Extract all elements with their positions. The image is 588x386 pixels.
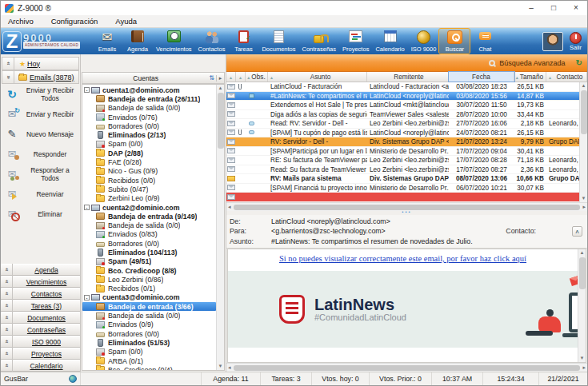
column-attachment[interactable]: ▴ <box>236 72 246 82</box>
accounts-header[interactable]: Cuentas ⇅ ▸ <box>82 72 225 84</box>
toolbar-button-tareas[interactable]: Tareas <box>228 29 258 54</box>
email-row[interactable]: [SPAM] Financiá tu proyecto innovadorMin… <box>226 184 579 193</box>
scroll-thumb[interactable] <box>218 93 224 149</box>
column-obs[interactable]: ▴Obs. <box>246 72 268 82</box>
scroll-thumb[interactable] <box>579 257 586 289</box>
folder-enviados[interactable]: Enviados (0/76) <box>82 113 216 121</box>
folder-bandeja-de-entrada[interactable]: Bandeja de entrada (3/66) <box>82 302 216 311</box>
folder-bandeja-de-entrada[interactable]: Bandeja de entrada (26/111) <box>82 94 216 103</box>
folder-bandeja-de-entrada[interactable]: Bandeja de entrada (9/149) <box>82 212 216 221</box>
toolbar-button-buscar[interactable]: Buscar <box>439 29 470 54</box>
module-tareas-3[interactable]: «Tareas (3) <box>1 300 80 312</box>
folder-fae[interactable]: FAE (0/28) <box>82 157 216 166</box>
scroll-down-icon[interactable]: ▼ <box>580 355 585 362</box>
preview-hscrollbar[interactable]: ◂ ▸ <box>226 363 587 372</box>
email-row[interactable]: Read: RV: Servidor - Dell -Leo Zerbini <… <box>226 119 579 129</box>
scroll-thumb[interactable] <box>234 365 581 371</box>
panel-expand-button[interactable]: ▸ <box>216 75 224 82</box>
collapse-up-icon[interactable]: « <box>2 58 14 70</box>
column-remitente[interactable]: Remitente <box>367 72 449 82</box>
collapse-icon[interactable]: - <box>84 295 90 300</box>
emails-shortcut[interactable]: « Emails (3878) <box>2 70 79 84</box>
folder-borradores[interactable]: Borradores (0/0) <box>82 121 216 130</box>
email-row[interactable]: #LatinNews: Te compartimos el resumen de… <box>226 92 579 101</box>
toolbar-button-chat[interactable]: Chat <box>470 29 500 54</box>
column-envelope[interactable]: ▴ <box>226 72 236 82</box>
email-row[interactable]: RE: Su factura de TeamViewer para el nÃ.… <box>226 156 579 165</box>
folder-enviados[interactable]: Enviados (0/9) <box>82 320 216 329</box>
scroll-left-icon[interactable]: ◂ <box>228 364 231 371</box>
column-fecha[interactable]: Fecha <box>449 72 514 82</box>
toolbar-button-agenda[interactable]: Agenda <box>122 29 153 54</box>
menu-archivo[interactable]: Archivo <box>8 17 34 26</box>
scroll-right-icon[interactable]: ▸ <box>582 204 586 210</box>
toolbar-button-calendario[interactable]: Calendario <box>372 29 407 54</box>
toolbar-button-vencimientos[interactable]: Vencimientos <box>153 29 195 54</box>
action-enviar-y-recibir[interactable]: Enviar y Recibir <box>1 104 80 124</box>
collapse-down-icon[interactable]: « <box>2 71 14 83</box>
email-row[interactable]: LatinCloud - FacturaciónLatincloud - Fac… <box>226 82 579 92</box>
action-nuevo-mensaje[interactable]: Nuevo Mensaje <box>1 124 80 144</box>
sort-icon[interactable]: ⇅ <box>209 74 214 82</box>
email-row[interactable]: Read: Su factura de TeamViewer para el .… <box>226 165 579 175</box>
account-cuenta3-dominio-com[interactable]: -cuenta3@dominio.com <box>82 293 216 302</box>
collapse-icon[interactable]: - <box>84 87 90 93</box>
email-row[interactable]: RV: Servidor - Dell -Div. Sistemas Grupo… <box>226 137 579 147</box>
scroll-thumb[interactable] <box>581 90 587 134</box>
advanced-search-link[interactable]: Búsqueda Avanzada <box>499 59 565 67</box>
exit-button[interactable]: Salir <box>566 31 585 52</box>
toolbar-button-emails[interactable]: Emails <box>92 29 122 54</box>
scroll-up-icon[interactable]: ▲ <box>218 85 223 92</box>
folder-borradores[interactable]: Borradores (0/0) <box>82 239 216 248</box>
folder-spam[interactable]: Spam (49/51) <box>82 257 216 266</box>
today-shortcut[interactable]: « ★ Hoy <box>2 57 79 70</box>
module-contactos[interactable]: «Contactos <box>1 288 80 300</box>
account-cuenta1-dominio-com[interactable]: -cuenta1@dominio.com <box>82 86 216 94</box>
toolbar-button-contactos[interactable]: Contactos <box>195 29 229 54</box>
module-documentos[interactable]: «Documentos <box>1 312 80 324</box>
module-agenda[interactable]: «Agenda <box>1 264 80 276</box>
email-row[interactable] <box>226 193 579 202</box>
email-row[interactable]: [SPAM]Participá por un lugar en la Start… <box>226 147 579 157</box>
folder-borradores[interactable]: Borradores (0/0) <box>82 329 216 338</box>
folder-recibidos[interactable]: Recibidos (0/0) <box>82 176 216 185</box>
menu-configuracion[interactable]: Configuración <box>51 17 98 26</box>
folder-recibidos[interactable]: Recibidos (0/1) <box>82 285 216 293</box>
column-asunto[interactable]: ▴Asunto <box>268 72 367 82</box>
folder-arba[interactable]: ARBA (0/1) <box>82 356 216 365</box>
action-eliminar[interactable]: Eliminar <box>1 204 80 224</box>
module-vencimientos[interactable]: «Vencimientos <box>1 276 80 288</box>
contact-lookup-button[interactable]: ʌ <box>572 226 582 237</box>
folder-bco-credicoop[interactable]: Bco. Credicoop (0/4) <box>82 365 216 370</box>
scroll-left-icon[interactable]: ◂ <box>228 204 231 210</box>
folder-leo-zerbini[interactable]: Leo Zerbini (0/86) <box>82 275 216 284</box>
email-row[interactable]: RV: Mails para sistemaDiv. Sistemas Grup… <box>226 174 579 184</box>
folder-zerbini-leo[interactable]: Zerbini Leo (0/9) <box>82 194 216 203</box>
scroll-down-icon[interactable]: ▼ <box>218 363 223 370</box>
tree-scrollbar[interactable]: ▲ ▼ <box>216 85 224 370</box>
module-calendario[interactable]: «Calendario <box>1 360 80 372</box>
folder-bco-credicoop[interactable]: Bco. Credicoop (8/8) <box>82 266 216 275</box>
column-contacto[interactable]: ▴Contacto <box>546 72 587 82</box>
action-reenviar[interactable]: Reenviar <box>1 184 80 204</box>
scroll-up-icon[interactable]: ▲ <box>582 82 586 90</box>
scroll-down-icon[interactable]: ▼ <box>582 195 586 202</box>
close-button[interactable]: × <box>565 1 587 15</box>
email-body-link[interactable]: Si no puedes visualizar correctamente es… <box>228 254 578 263</box>
minimize-button[interactable]: – <box>520 1 542 15</box>
menu-ayuda[interactable]: Ayuda <box>115 17 137 26</box>
scroll-up-icon[interactable]: ▲ <box>580 249 585 257</box>
action-enviar-y-recibir-todos[interactable]: Enviar y Recibir Todos <box>1 84 80 104</box>
module-iso-9000[interactable]: «ISO 9000 <box>1 336 80 348</box>
toolbar-button-contrasenas[interactable]: Contraseñas <box>299 29 340 54</box>
toolbar-button-iso-9000[interactable]: ISO 9000 <box>408 29 440 54</box>
toolbar-button-proyectos[interactable]: Proyectos <box>339 29 372 54</box>
email-list-scrollbar[interactable]: ▲ ▼ <box>579 82 587 202</box>
folder-spam[interactable]: Spam (0/0) <box>82 140 216 149</box>
folder-eliminados[interactable]: Eliminados (104/113) <box>82 248 216 257</box>
folder-bandeja-de-salida[interactable]: Bandeja de salida (0/0) <box>82 311 216 320</box>
folder-eliminados[interactable]: Eliminados (2/13) <box>82 130 216 139</box>
email-row[interactable]: Diga adiós a las copias de seguridad m..… <box>226 110 579 120</box>
module-proyectos[interactable]: «Proyectos <box>1 348 80 360</box>
folder-enviados[interactable]: Enviados (0/83) <box>82 230 216 239</box>
